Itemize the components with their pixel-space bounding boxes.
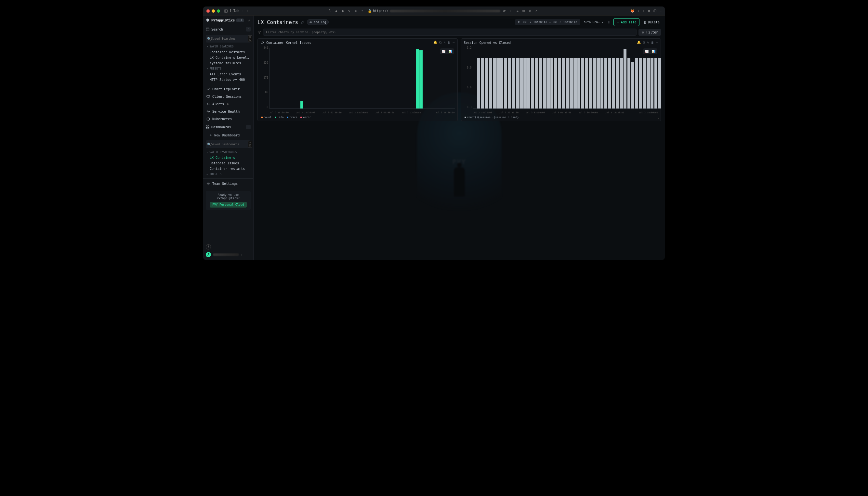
chart-bar[interactable] bbox=[489, 58, 492, 108]
chart-bar[interactable] bbox=[650, 58, 654, 108]
saved-dashboards-input[interactable] bbox=[211, 143, 248, 146]
close-window-icon[interactable] bbox=[207, 10, 210, 13]
chart-bar[interactable] bbox=[500, 58, 503, 108]
saved-search-item[interactable]: Container Restarts bbox=[203, 49, 253, 55]
sidebar-item-service-health[interactable]: Service Health bbox=[203, 108, 253, 115]
reader-mode-icon[interactable]: ◐ bbox=[342, 9, 346, 13]
help-button[interactable]: ? bbox=[206, 244, 211, 249]
help-toolbar-icon[interactable]: ⓘ bbox=[653, 9, 656, 13]
legend-item[interactable]: trace bbox=[287, 116, 297, 119]
layout-toggle-icon[interactable] bbox=[607, 20, 611, 24]
dashboard-presets-group-label[interactable]: ▸ PRESETS bbox=[203, 171, 253, 177]
search-presets-group-label[interactable]: ▾ PRESETS bbox=[203, 66, 253, 72]
chart-bar[interactable] bbox=[531, 58, 534, 108]
saved-dashboards-filter[interactable]: 🔍 ⌘ K bbox=[206, 140, 251, 148]
tile-edit-icon[interactable]: ✎ bbox=[647, 41, 649, 45]
back-button[interactable]: ‹ bbox=[242, 9, 244, 13]
chart-bar[interactable] bbox=[578, 58, 580, 108]
tile-alert-icon[interactable]: 🔔 bbox=[433, 41, 437, 45]
tab-overview-button[interactable]: 1 Tab bbox=[224, 9, 239, 13]
dashboard-item-lx-containers[interactable]: LX Containers bbox=[203, 155, 253, 160]
dashboard-item-container-restarts[interactable]: Container restarts bbox=[203, 166, 253, 171]
add-tile-button[interactable]: ＋ Add Tile bbox=[613, 18, 640, 26]
chart-bar[interactable] bbox=[639, 58, 642, 108]
collapse-dashboards-icon[interactable]: ˄ bbox=[246, 125, 251, 129]
sidebar-item-dashboards[interactable]: Dashboards ˄ bbox=[203, 123, 253, 131]
saved-search-item[interactable]: systemd failures bbox=[203, 60, 253, 66]
chart-plot[interactable] bbox=[473, 48, 658, 109]
chart-bar[interactable] bbox=[496, 58, 499, 108]
tile-delete-icon[interactable]: 🗑 bbox=[651, 41, 654, 45]
chart-bar[interactable] bbox=[535, 58, 538, 108]
user-account-row[interactable]: A › bbox=[206, 252, 251, 257]
chart-bar[interactable] bbox=[547, 58, 550, 108]
chart-bar[interactable] bbox=[523, 58, 526, 108]
chart-bar[interactable] bbox=[558, 58, 561, 108]
send-icon[interactable]: ➤ bbox=[536, 9, 539, 13]
chart-bar[interactable] bbox=[419, 50, 422, 108]
chart-bar[interactable] bbox=[477, 58, 480, 108]
chart-bar[interactable] bbox=[520, 58, 522, 108]
open-external-icon[interactable]: ⧉ bbox=[522, 9, 526, 13]
chart-bar[interactable] bbox=[600, 58, 603, 108]
chart-bar[interactable] bbox=[493, 58, 496, 108]
chart-bar[interactable] bbox=[597, 58, 599, 108]
extension-fox-icon[interactable]: 🦊 bbox=[630, 9, 634, 13]
granularity-select[interactable]: Auto Gra… ▾ bbox=[583, 19, 605, 25]
chart-bar[interactable] bbox=[658, 58, 661, 108]
forward-button[interactable]: › bbox=[246, 9, 249, 13]
new-dashboard-button[interactable]: ＋ New Dashboard bbox=[203, 131, 253, 139]
chart-plot[interactable] bbox=[269, 48, 455, 109]
chart-bar[interactable] bbox=[508, 58, 511, 108]
extensions-icon[interactable]: ⊕ bbox=[355, 9, 359, 13]
promo-button[interactable]: PVY Personal Cloud bbox=[210, 202, 247, 207]
chart-bar[interactable] bbox=[608, 58, 611, 108]
chart-bar[interactable] bbox=[512, 58, 515, 108]
chart-bar[interactable] bbox=[643, 58, 646, 108]
chart-bar[interactable] bbox=[581, 58, 584, 108]
chart-bar[interactable] bbox=[573, 58, 577, 108]
saved-dashboards-group-label[interactable]: ▾ SAVED DASHBOARDS bbox=[203, 150, 253, 155]
chart-bar[interactable] bbox=[624, 49, 627, 108]
sidebar-expand-icon[interactable]: ⤢ bbox=[248, 18, 251, 22]
chart-bar[interactable] bbox=[554, 58, 557, 108]
saved-searches-input[interactable] bbox=[211, 37, 248, 40]
chart-bar[interactable] bbox=[516, 58, 519, 108]
tile-collapse-icon[interactable]: — bbox=[452, 41, 454, 45]
address-bar[interactable]: 🔒 https:// bbox=[368, 9, 500, 13]
chart-bar[interactable] bbox=[416, 49, 419, 108]
chart-bar[interactable] bbox=[562, 58, 565, 108]
saved-search-item[interactable]: LX Containers Level Er… bbox=[203, 55, 253, 60]
sidebar-item-team-settings[interactable]: Team Settings bbox=[203, 180, 253, 187]
chart-bar[interactable] bbox=[539, 58, 542, 108]
sidebar-item-client-sessions[interactable]: Client Sessions bbox=[203, 93, 253, 100]
chart-bar[interactable] bbox=[655, 58, 657, 108]
overflow-menu-icon[interactable]: ⋯ bbox=[660, 9, 661, 13]
chart-bar[interactable] bbox=[543, 58, 546, 108]
chart-bar[interactable] bbox=[485, 58, 488, 108]
chart-bar[interactable] bbox=[481, 58, 484, 108]
chart-bar[interactable] bbox=[619, 58, 623, 108]
chart-bar[interactable] bbox=[550, 58, 553, 108]
chart-bar[interactable] bbox=[604, 58, 607, 108]
downloads-icon[interactable]: ⇩ bbox=[638, 9, 640, 13]
legend-item[interactable]: info bbox=[275, 116, 284, 119]
chart-bar[interactable] bbox=[612, 58, 615, 108]
text-size-small-icon[interactable]: A bbox=[329, 9, 332, 13]
add-tag-button[interactable]: 🏷 Add Tag bbox=[307, 19, 329, 25]
tile-duplicate-icon[interactable]: ⧉ bbox=[643, 41, 645, 45]
chart-bar[interactable] bbox=[593, 58, 596, 108]
preset-item[interactable]: HTTP Status >= 400 bbox=[203, 77, 253, 82]
chart-bar[interactable] bbox=[585, 58, 588, 108]
chart-bar[interactable] bbox=[570, 58, 572, 108]
saved-searches-filter[interactable]: 🔍 ⌘ K bbox=[206, 35, 251, 43]
dashboard-item-database-issues[interactable]: Database Issues bbox=[203, 160, 253, 166]
delete-dashboard-button[interactable]: 🗑 Delete bbox=[642, 19, 661, 25]
tile-collapse-icon[interactable]: — bbox=[656, 41, 658, 45]
tile-alert-icon[interactable]: 🔔 bbox=[637, 41, 641, 45]
sidebar-search-row[interactable]: Search ˄ bbox=[203, 25, 253, 33]
tile-duplicate-icon[interactable]: ⧉ bbox=[439, 41, 442, 45]
saved-searches-group-label[interactable]: ▾ SAVED SEARCHES bbox=[203, 44, 253, 49]
chart-bar[interactable] bbox=[616, 58, 619, 108]
timezone-badge[interactable]: UTC bbox=[236, 18, 243, 22]
